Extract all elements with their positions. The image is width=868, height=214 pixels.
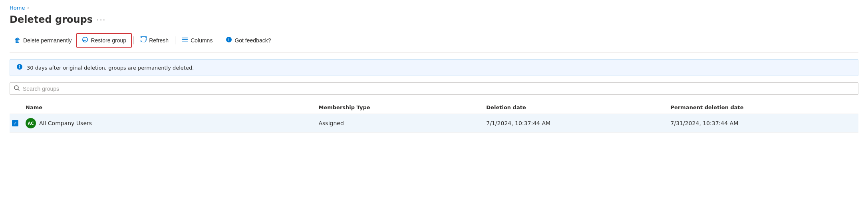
refresh-button[interactable]: Refresh: [135, 34, 173, 47]
search-input[interactable]: [23, 86, 854, 92]
svg-rect-1: [182, 39, 188, 40]
info-banner: 30 days after original deletion, groups …: [10, 59, 858, 76]
svg-rect-4: [19, 66, 20, 68]
avatar: AC: [26, 118, 36, 128]
page-header: Deleted groups ···: [10, 14, 858, 25]
restore-group-wrapper: Restore group: [76, 33, 132, 48]
search-bar: [10, 82, 858, 95]
trash-icon: 🗑: [14, 37, 21, 44]
checkbox-checked: ✓: [12, 120, 18, 126]
refresh-icon: [140, 36, 147, 44]
column-header-deletion: Deletion date: [481, 101, 665, 114]
svg-rect-2: [182, 41, 188, 42]
refresh-label: Refresh: [149, 37, 169, 44]
separator-3: [219, 36, 219, 44]
restore-icon: [82, 36, 88, 44]
separator-1: [133, 36, 134, 44]
column-header-name: Name: [21, 101, 314, 114]
table-header: Name Membership Type Deletion date Perma…: [10, 101, 858, 114]
page-title: Deleted groups: [10, 14, 93, 25]
header-checkbox-cell: [10, 101, 21, 114]
row-name-cell: AC All Company Users: [21, 114, 314, 133]
row-deletion-cell: 7/1/2024, 10:37:44 AM: [481, 114, 665, 133]
name-cell-container: AC All Company Users: [26, 118, 309, 128]
table-body: ✓ AC All Company Users Assigned 7/1/2024…: [10, 114, 858, 133]
search-icon: [14, 85, 20, 92]
columns-button[interactable]: Columns: [177, 34, 217, 47]
breadcrumb-chevron: ›: [27, 5, 29, 10]
columns-label: Columns: [191, 37, 213, 44]
info-banner-text: 30 days after original deletion, groups …: [27, 65, 194, 71]
row-membership-cell: Assigned: [314, 114, 481, 133]
page-container: Home › Deleted groups ··· 🗑 Delete perma…: [0, 0, 868, 142]
svg-point-5: [19, 65, 20, 66]
row-checkbox-cell[interactable]: ✓: [10, 114, 21, 133]
checkmark-icon: ✓: [13, 121, 17, 126]
group-name: All Company Users: [39, 120, 92, 126]
restore-group-button[interactable]: Restore group: [77, 34, 131, 47]
feedback-icon: [226, 36, 232, 44]
restore-group-label: Restore group: [91, 37, 126, 44]
breadcrumb-home-link[interactable]: Home: [10, 5, 25, 11]
table-row[interactable]: ✓ AC All Company Users Assigned 7/1/2024…: [10, 114, 858, 133]
feedback-label: Got feedback?: [234, 37, 271, 44]
separator-2: [175, 36, 175, 44]
more-options-icon[interactable]: ···: [97, 16, 106, 24]
column-header-membership: Membership Type: [314, 101, 481, 114]
column-header-permanent: Permanent deletion date: [666, 101, 858, 114]
data-table: Name Membership Type Deletion date Perma…: [10, 101, 858, 133]
delete-permanently-label: Delete permanently: [23, 37, 72, 44]
info-icon: [16, 64, 23, 72]
row-permanent-deletion-cell: 7/31/2024, 10:37:44 AM: [666, 114, 858, 133]
svg-rect-0: [182, 38, 188, 38]
feedback-button[interactable]: Got feedback?: [221, 34, 276, 47]
breadcrumb: Home ›: [10, 5, 858, 11]
toolbar: 🗑 Delete permanently Restore group: [10, 33, 858, 53]
svg-line-7: [18, 89, 19, 90]
delete-permanently-button[interactable]: 🗑 Delete permanently: [10, 34, 76, 46]
columns-icon: [182, 36, 188, 44]
